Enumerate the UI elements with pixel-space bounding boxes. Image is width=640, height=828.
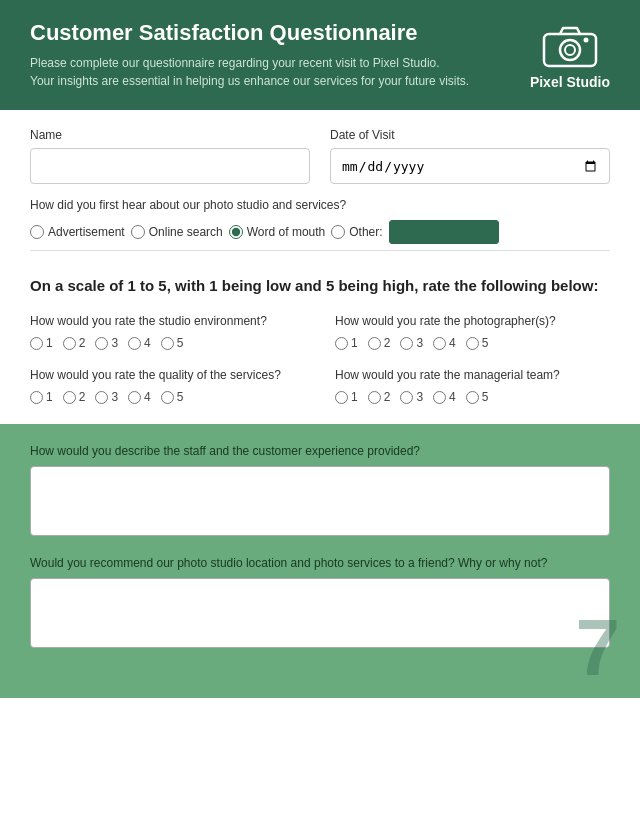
name-date-row: Name Date of Visit <box>30 128 610 184</box>
rating-q4-options: 1 2 3 4 5 <box>335 390 610 404</box>
date-input[interactable] <box>330 148 610 184</box>
open-q2-label: Would you recommend our photo studio loc… <box>30 556 610 570</box>
rating-q1-radio5[interactable] <box>161 337 174 350</box>
radio-other[interactable]: Other: <box>331 225 382 239</box>
radio-word-of-mouth-input[interactable] <box>229 225 243 239</box>
rating-q4-opt2[interactable]: 2 <box>368 390 391 404</box>
rating-q1-opt5[interactable]: 5 <box>161 336 184 350</box>
svg-point-2 <box>565 45 575 55</box>
page-title: Customer Satisfaction Questionnaire <box>30 20 510 46</box>
rating-q1-opt4[interactable]: 4 <box>128 336 151 350</box>
hear-question: How did you first hear about our photo s… <box>30 198 610 212</box>
rating-q2-opt4[interactable]: 4 <box>433 336 456 350</box>
open-q2-textarea[interactable] <box>30 578 610 648</box>
rating-managerial: How would you rate the managerial team? … <box>335 368 610 404</box>
rating-q4-radio1[interactable] <box>335 391 348 404</box>
header-desc-line1: Please complete our questionnaire regard… <box>30 56 440 70</box>
rating-q4-radio5[interactable] <box>466 391 479 404</box>
brand-logo: Pixel Studio <box>530 20 610 90</box>
radio-online-search-input[interactable] <box>131 225 145 239</box>
rating-q2: How would you rate the photographer(s)? <box>335 314 610 328</box>
rating-title: On a scale of 1 to 5, with 1 being low a… <box>30 277 610 294</box>
other-text-input[interactable] <box>389 220 499 244</box>
rating-q1-options: 1 2 3 4 5 <box>30 336 305 350</box>
rating-q4-radio3[interactable] <box>400 391 413 404</box>
open-q1-textarea[interactable] <box>30 466 610 536</box>
rating-q1-radio1[interactable] <box>30 337 43 350</box>
name-group: Name <box>30 128 310 184</box>
rating-q3-opt4[interactable]: 4 <box>128 390 151 404</box>
rating-q1-opt2[interactable]: 2 <box>63 336 86 350</box>
rating-q3-opt2[interactable]: 2 <box>63 390 86 404</box>
rating-q2-radio1[interactable] <box>335 337 348 350</box>
header: Customer Satisfaction Questionnaire Plea… <box>0 0 640 110</box>
rating-q2-options: 1 2 3 4 5 <box>335 336 610 350</box>
header-description: Please complete our questionnaire regard… <box>30 54 510 90</box>
rating-section: On a scale of 1 to 5, with 1 being low a… <box>0 261 640 414</box>
radio-word-of-mouth[interactable]: Word of mouth <box>229 225 325 239</box>
form-section: Name Date of Visit How did you first hea… <box>0 110 640 261</box>
header-left: Customer Satisfaction Questionnaire Plea… <box>30 20 510 90</box>
rating-q1-radio4[interactable] <box>128 337 141 350</box>
rating-q2-radio3[interactable] <box>400 337 413 350</box>
radio-other-label: Other: <box>349 225 382 239</box>
radio-other-input[interactable] <box>331 225 345 239</box>
radio-online-search[interactable]: Online search <box>131 225 223 239</box>
rating-q1-radio3[interactable] <box>95 337 108 350</box>
rating-q1-opt1[interactable]: 1 <box>30 336 53 350</box>
radio-advertisement[interactable]: Advertisement <box>30 225 125 239</box>
rating-q3-options: 1 2 3 4 5 <box>30 390 305 404</box>
rating-q4-radio2[interactable] <box>368 391 381 404</box>
rating-q2-opt1[interactable]: 1 <box>335 336 358 350</box>
rating-q4-opt3[interactable]: 3 <box>400 390 423 404</box>
rating-photographer: How would you rate the photographer(s)? … <box>335 314 610 350</box>
rating-q3: How would you rate the quality of the se… <box>30 368 305 382</box>
name-input[interactable] <box>30 148 310 184</box>
camera-icon <box>540 20 600 70</box>
rating-q3-opt1[interactable]: 1 <box>30 390 53 404</box>
rating-q2-opt2[interactable]: 2 <box>368 336 391 350</box>
open-q1-label: How would you describe the staff and the… <box>30 444 610 458</box>
rating-q2-opt3[interactable]: 3 <box>400 336 423 350</box>
name-label: Name <box>30 128 310 142</box>
open-ended-section: How would you describe the staff and the… <box>0 424 640 698</box>
rating-q2-radio4[interactable] <box>433 337 446 350</box>
rating-q1-radio2[interactable] <box>63 337 76 350</box>
rating-q3-opt5[interactable]: 5 <box>161 390 184 404</box>
radio-advertisement-input[interactable] <box>30 225 44 239</box>
rating-q2-radio5[interactable] <box>466 337 479 350</box>
header-desc-line2: Your insights are essential in helping u… <box>30 74 469 88</box>
radio-online-search-label: Online search <box>149 225 223 239</box>
rating-q3-radio5[interactable] <box>161 391 174 404</box>
page: Customer Satisfaction Questionnaire Plea… <box>0 0 640 828</box>
rating-q1: How would you rate the studio environmen… <box>30 314 305 328</box>
date-group: Date of Visit <box>330 128 610 184</box>
rating-q3-radio2[interactable] <box>63 391 76 404</box>
rating-q4: How would you rate the managerial team? <box>335 368 610 382</box>
rating-q2-radio2[interactable] <box>368 337 381 350</box>
radio-advertisement-label: Advertisement <box>48 225 125 239</box>
date-label: Date of Visit <box>330 128 610 142</box>
logo-text: Pixel Studio <box>530 74 610 90</box>
rating-q3-opt3[interactable]: 3 <box>95 390 118 404</box>
radio-word-of-mouth-label: Word of mouth <box>247 225 325 239</box>
rating-q4-radio4[interactable] <box>433 391 446 404</box>
hear-options-group: Advertisement Online search Word of mout… <box>30 220 610 244</box>
svg-point-3 <box>583 38 588 43</box>
rating-q3-radio3[interactable] <box>95 391 108 404</box>
rating-q4-opt4[interactable]: 4 <box>433 390 456 404</box>
rating-q3-radio1[interactable] <box>30 391 43 404</box>
rating-q4-opt5[interactable]: 5 <box>466 390 489 404</box>
rating-services: How would you rate the quality of the se… <box>30 368 305 404</box>
rating-studio-env: How would you rate the studio environmen… <box>30 314 305 350</box>
rating-q3-radio4[interactable] <box>128 391 141 404</box>
svg-point-1 <box>560 40 580 60</box>
rating-q4-opt1[interactable]: 1 <box>335 390 358 404</box>
rating-q1-opt3[interactable]: 3 <box>95 336 118 350</box>
rating-grid: How would you rate the studio environmen… <box>30 314 610 404</box>
rating-q2-opt5[interactable]: 5 <box>466 336 489 350</box>
section-divider <box>30 250 610 251</box>
